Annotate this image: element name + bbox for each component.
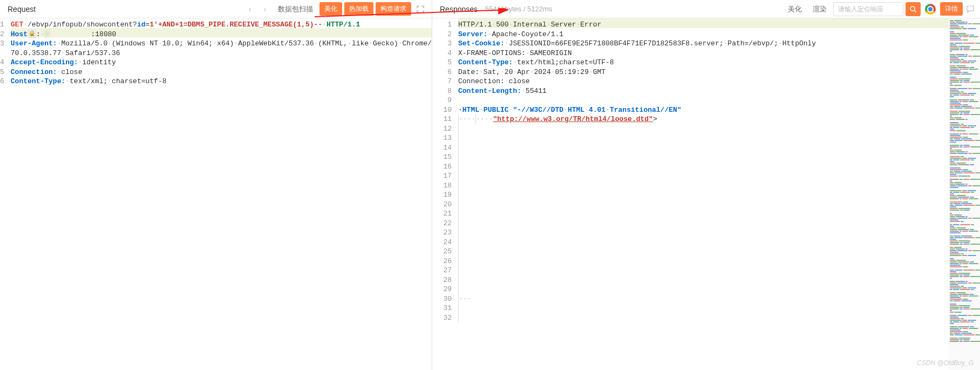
response-panel: Responses 55411bytes / 5122ms 美化 渲染 详情 1…	[432, 0, 980, 370]
detail-button[interactable]: 详情	[940, 2, 963, 16]
minimap[interactable]	[949, 18, 980, 370]
prev-button[interactable]: ‹	[243, 3, 256, 16]
chat-icon[interactable]	[965, 4, 976, 15]
render-button[interactable]: 渲染	[808, 2, 831, 16]
watermark: CSDN @OldBoy_G	[917, 359, 974, 367]
search-button[interactable]	[906, 2, 921, 16]
next-button[interactable]: ›	[258, 3, 271, 16]
response-title: Responses	[437, 5, 481, 14]
hotload-button[interactable]: 热加载	[344, 2, 373, 16]
response-lines: HTTP/1.1·500·Internal·Server·ErrorServer…	[458, 18, 980, 370]
chrome-icon[interactable]	[925, 4, 936, 15]
response-meta: 55411bytes / 5122ms	[483, 5, 552, 13]
request-panel: Request ‹ › 数据包扫描 美化 热加载 构造请求 123 456 GE…	[0, 0, 432, 370]
response-header: Responses 55411bytes / 5122ms 美化 渲染 详情	[432, 0, 980, 18]
response-search-input[interactable]	[833, 2, 903, 16]
request-code-area[interactable]: 123 456 GET·/ebvp/infopub/showcontent?id…	[0, 18, 432, 370]
beautify-button[interactable]: 美化	[319, 2, 342, 16]
request-title: Request	[4, 5, 39, 14]
svg-line-1	[914, 10, 916, 12]
request-header: Request ‹ › 数据包扫描 美化 热加载 构造请求	[0, 0, 432, 18]
beautify-response-button[interactable]: 美化	[784, 2, 806, 16]
response-gutter: 1234567891011121314151617181920212223242…	[432, 18, 458, 370]
packet-scan-button[interactable]: 数据包扫描	[274, 2, 317, 16]
response-code-area[interactable]: 1234567891011121314151617181920212223242…	[432, 18, 980, 370]
expand-icon[interactable]	[413, 2, 427, 16]
request-lines: GET·/ebvp/infopub/showcontent?id=1'+AND+…	[11, 18, 432, 370]
svg-point-0	[910, 6, 915, 11]
request-gutter: 123 456	[0, 18, 11, 370]
construct-request-button[interactable]: 构造请求	[376, 2, 411, 16]
